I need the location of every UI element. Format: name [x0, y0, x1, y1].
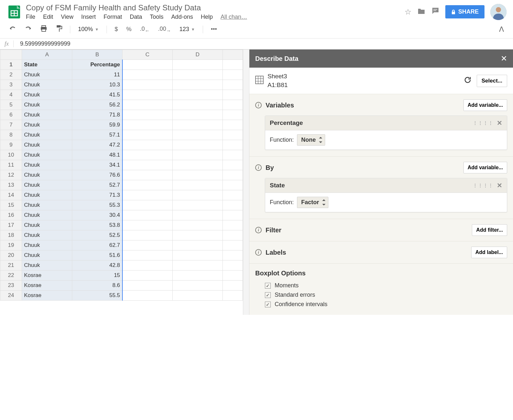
cell[interactable] — [173, 120, 223, 130]
row-header[interactable]: 14 — [0, 190, 22, 200]
cell[interactable] — [173, 100, 223, 110]
folder-icon[interactable] — [417, 7, 425, 17]
info-icon[interactable]: i — [255, 102, 262, 108]
cell[interactable] — [173, 70, 223, 80]
cell[interactable] — [173, 180, 223, 190]
cell[interactable]: 10.3 — [72, 80, 122, 90]
drag-handle-icon[interactable]: ⋮⋮⋮⋮ — [473, 183, 494, 188]
cell[interactable]: 55.3 — [72, 200, 122, 210]
row-header[interactable]: 20 — [0, 250, 22, 260]
cell[interactable] — [222, 60, 243, 70]
add-label-button[interactable]: Add label... — [471, 247, 507, 258]
cell[interactable]: 76.6 — [72, 170, 122, 180]
cell[interactable] — [122, 110, 173, 120]
cell[interactable] — [122, 230, 173, 240]
cell[interactable] — [173, 130, 223, 140]
row-header[interactable]: 7 — [0, 120, 22, 130]
all-changes-link[interactable]: All chan… — [221, 14, 247, 20]
cell[interactable] — [122, 160, 173, 170]
cell[interactable] — [122, 60, 173, 70]
cell[interactable] — [122, 291, 173, 301]
drag-handle-icon[interactable]: ⋮⋮⋮⋮ — [473, 120, 494, 126]
cell[interactable] — [122, 140, 173, 150]
cell[interactable] — [222, 260, 243, 271]
cell[interactable] — [222, 210, 243, 220]
cell[interactable]: 57.1 — [72, 130, 122, 140]
formula-value[interactable]: 9.59999999999999 — [20, 40, 70, 47]
cell[interactable]: 30.4 — [72, 210, 122, 220]
row-header[interactable]: 9 — [0, 140, 22, 150]
cell[interactable] — [222, 200, 243, 210]
cell[interactable] — [173, 240, 223, 250]
cell[interactable] — [222, 230, 243, 240]
cell[interactable]: Chuuk — [22, 140, 72, 150]
cell[interactable] — [173, 271, 223, 281]
cell[interactable] — [222, 240, 243, 250]
avatar[interactable] — [490, 4, 507, 20]
cell[interactable] — [222, 80, 243, 90]
menu-tools[interactable]: Tools — [150, 14, 164, 20]
cell[interactable]: Chuuk — [22, 150, 72, 160]
cell[interactable] — [222, 271, 243, 281]
menu-format[interactable]: Format — [104, 14, 122, 20]
menu-data[interactable]: Data — [130, 14, 142, 20]
number-format-select[interactable]: 123▼ — [177, 25, 198, 34]
cell[interactable]: Chuuk — [22, 100, 72, 110]
cell[interactable] — [222, 120, 243, 130]
cell[interactable] — [222, 100, 243, 110]
row-header[interactable]: 23 — [0, 281, 22, 291]
cell[interactable] — [222, 250, 243, 260]
row-header[interactable]: 24 — [0, 291, 22, 301]
row-header[interactable]: 16 — [0, 210, 22, 220]
cell[interactable]: 52.7 — [72, 180, 122, 190]
cell[interactable] — [173, 110, 223, 120]
row-header[interactable]: 12 — [0, 170, 22, 180]
row-header[interactable]: 22 — [0, 271, 22, 281]
dec-decrease-button[interactable]: .0← — [137, 24, 152, 35]
cell[interactable]: 41.5 — [72, 90, 122, 100]
add-variable-button[interactable]: Add variable... — [463, 99, 507, 111]
cell[interactable] — [222, 291, 243, 301]
cell[interactable]: Chuuk — [22, 130, 72, 140]
checkbox-se[interactable]: ✓ — [265, 292, 271, 298]
cell[interactable] — [173, 260, 223, 271]
cell[interactable] — [222, 281, 243, 291]
cell[interactable] — [122, 200, 173, 210]
cell[interactable]: 71.8 — [72, 110, 122, 120]
cell[interactable]: Chuuk — [22, 230, 72, 240]
cell[interactable]: 53.8 — [72, 220, 122, 230]
cell[interactable] — [122, 80, 173, 90]
cell[interactable]: Kosrae — [22, 271, 72, 281]
row-header[interactable]: 15 — [0, 200, 22, 210]
cell[interactable] — [122, 180, 173, 190]
function-select[interactable]: None — [297, 134, 325, 146]
cell[interactable] — [122, 260, 173, 271]
function-select[interactable]: Factor — [297, 197, 328, 208]
cell[interactable] — [173, 60, 223, 70]
cell[interactable] — [173, 291, 223, 301]
cell[interactable]: 47.2 — [72, 140, 122, 150]
percent-button[interactable]: % — [124, 25, 134, 34]
cell[interactable] — [173, 90, 223, 100]
cell[interactable]: Chuuk — [22, 120, 72, 130]
cell[interactable] — [222, 90, 243, 100]
cell[interactable]: 34.1 — [72, 160, 122, 170]
menu-file[interactable]: File — [26, 14, 35, 20]
cell[interactable] — [222, 150, 243, 160]
column-header[interactable]: A — [22, 50, 72, 60]
row-header[interactable]: 21 — [0, 260, 22, 271]
close-icon[interactable]: ✕ — [501, 54, 507, 63]
select-button[interactable]: Select... — [477, 75, 507, 87]
cell[interactable]: 11 — [72, 70, 122, 80]
vertical-scrollbar[interactable] — [243, 50, 249, 315]
cell[interactable]: Chuuk — [22, 180, 72, 190]
cell[interactable] — [173, 80, 223, 90]
cell[interactable] — [173, 230, 223, 240]
share-button[interactable]: SHARE — [445, 5, 484, 18]
cell[interactable] — [222, 190, 243, 200]
checkbox-ci[interactable]: ✓ — [265, 302, 271, 307]
cell[interactable]: 15 — [72, 271, 122, 281]
cell[interactable]: Chuuk — [22, 220, 72, 230]
cell[interactable]: Chuuk — [22, 90, 72, 100]
cell[interactable] — [222, 130, 243, 140]
